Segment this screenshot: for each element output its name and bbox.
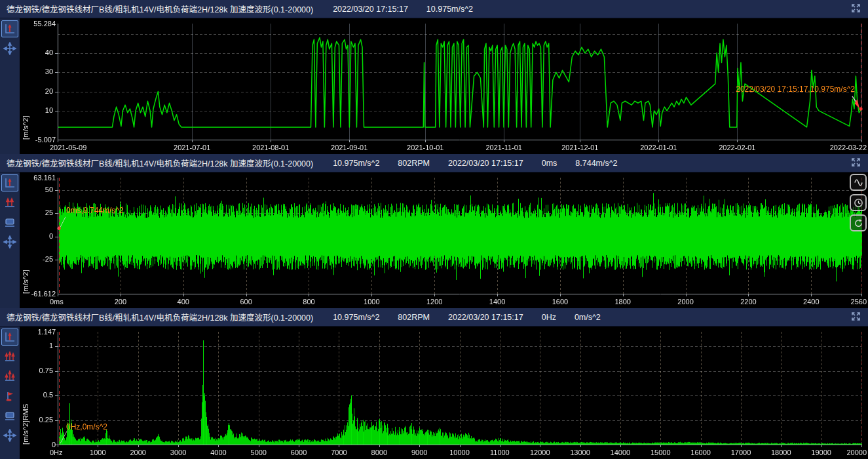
- pan-icon[interactable]: [1, 427, 18, 444]
- double-cursor-icon[interactable]: [1, 194, 18, 211]
- clock-icon[interactable]: [850, 194, 867, 211]
- spectrum-cursor-y: 0m/s^2: [575, 313, 601, 322]
- trend-chart[interactable]: [20, 18, 868, 154]
- band-icon[interactable]: [1, 407, 18, 424]
- flag-marker-icon[interactable]: [1, 388, 18, 405]
- trend-value: 10.975m/s^2: [426, 5, 473, 14]
- spectrum-toolbar: [0, 327, 20, 459]
- pan-icon[interactable]: [1, 40, 18, 57]
- waveform-cursor-y: 8.744m/s^2: [575, 159, 617, 168]
- spectrum-plot-area: [m/s^2]RMS: [20, 327, 868, 459]
- single-cursor-icon[interactable]: [1, 20, 18, 37]
- trend-panel: 德龙钢铁/德龙钢铁线材厂B线/粗轧机14V/电机负荷端2H/128k 加速度波形…: [0, 0, 868, 154]
- waveform-header: 德龙钢铁/德龙钢铁线材厂B线/粗轧机14V/电机负荷端2H/128k 加速度波形…: [0, 154, 868, 172]
- spectrum-panel: 德龙钢铁/德龙钢铁线材厂B线/粗轧机14V/电机负荷端2H/128k 加速度波形…: [0, 308, 868, 459]
- spectrum-chart[interactable]: [20, 327, 868, 459]
- spectrum-value: 10.975m/s^2: [333, 313, 379, 322]
- waveform-panel: 德龙钢铁/德龙钢铁线材厂B线/粗轧机14V/电机负荷端2H/128k 加速度波形…: [0, 154, 868, 308]
- waveform-cursor-x: 0ms: [542, 159, 557, 168]
- refresh-icon[interactable]: [850, 214, 867, 231]
- waveform-toolbar: [0, 172, 20, 308]
- waveform-value: 10.975m/s^2: [333, 159, 379, 168]
- measurement-path-title: 德龙钢铁/德龙钢铁线材厂B线/粗轧机14V/电机负荷端2H/128k 加速度波形…: [7, 157, 313, 169]
- trend-toolbar: [0, 18, 20, 154]
- harmonic-cursor-icon[interactable]: [1, 348, 18, 365]
- wave-mode-icon[interactable]: [850, 174, 867, 191]
- trend-datetime: 2022/03/20 17:15:17: [333, 5, 408, 14]
- band-icon[interactable]: [1, 214, 18, 231]
- spectrum-cursor-x: 0Hz: [542, 313, 556, 322]
- single-cursor-icon[interactable]: [1, 329, 18, 346]
- trend-header: 德龙钢铁/德龙钢铁线材厂B线/粗轧机14V/电机负荷端2H/128k 加速度波形…: [0, 0, 868, 18]
- expand-icon[interactable]: [850, 311, 861, 324]
- single-cursor-icon[interactable]: [1, 174, 18, 191]
- waveform-plot-area: [m/s^2]: [20, 172, 868, 308]
- spectrum-datetime: 2022/03/20 17:15:17: [448, 313, 523, 322]
- expand-icon[interactable]: [850, 3, 861, 16]
- measurement-path-title: 德龙钢铁/德龙钢铁线材厂B线/粗轧机14V/电机负荷端2H/128k 加速度波形…: [7, 311, 313, 323]
- waveform-datetime: 2022/03/20 17:15:17: [448, 159, 523, 168]
- waveform-chart[interactable]: [20, 172, 868, 308]
- spectrum-rpm: 802RPM: [398, 313, 430, 322]
- measurement-path-title: 德龙钢铁/德龙钢铁线材厂B线/粗轧机14V/电机负荷端2H/128k 加速度波形…: [7, 3, 313, 15]
- pan-icon[interactable]: [1, 233, 18, 250]
- expand-icon[interactable]: [850, 157, 861, 170]
- spectrum-header: 德龙钢铁/德龙钢铁线材厂B线/粗轧机14V/电机负荷端2H/128k 加速度波形…: [0, 308, 868, 327]
- trend-plot-area: [m/s^2]: [20, 18, 868, 154]
- waveform-rpm: 802RPM: [398, 159, 430, 168]
- sideband-cursor-icon[interactable]: [1, 368, 18, 385]
- waveform-overlay-tools: [850, 174, 867, 231]
